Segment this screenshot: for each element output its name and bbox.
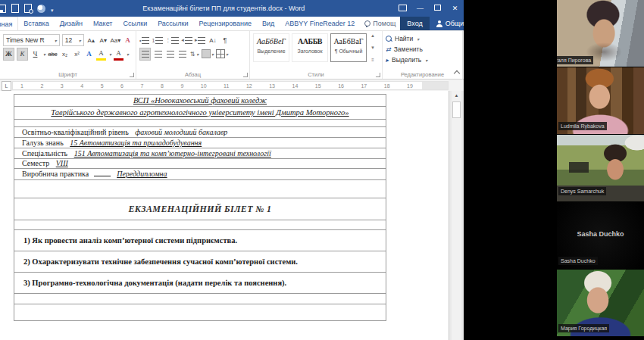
save-icon[interactable] <box>0 5 6 13</box>
close-icon[interactable] <box>446 0 464 17</box>
subscript-icon[interactable] <box>60 48 70 60</box>
replace-button[interactable]: Заменить <box>386 44 459 55</box>
superscript-icon[interactable] <box>72 48 82 60</box>
document-page[interactable]: ВСП «Новокаховський фаховий коледж Таврі… <box>0 91 449 340</box>
change-case-icon[interactable] <box>111 35 120 46</box>
tab-review[interactable]: Рецензирование <box>194 17 258 30</box>
scroll-up-icon[interactable]: ▲ <box>452 91 461 98</box>
font-color-caret-icon[interactable] <box>126 50 129 58</box>
participant-video-3[interactable]: Denys Samarchuk <box>557 135 644 201</box>
bold-icon[interactable] <box>3 48 14 61</box>
collapse-ribbon-icon[interactable] <box>454 70 460 76</box>
styles-scroll-buttons: ▲ ▼ ≡ <box>369 33 377 62</box>
table-row-empty[interactable] <box>14 220 386 230</box>
paragraph-group-label: Абзац <box>136 71 249 78</box>
tab-design[interactable]: Дизайн <box>55 17 88 30</box>
ruler-strip[interactable]: 12345678910111213141516171819 <box>12 81 449 90</box>
search-icon <box>386 36 392 42</box>
print-preview-icon[interactable] <box>24 4 32 13</box>
pilcrow-icon[interactable] <box>220 35 230 46</box>
ribbon-display-options-icon[interactable] <box>394 0 411 17</box>
table-row-college[interactable]: ВСП «Новокаховський фаховий коледж <box>14 95 386 107</box>
share-button[interactable]: Общий доступ <box>430 17 464 30</box>
shading-icon[interactable] <box>202 48 214 60</box>
participant-video-4[interactable]: Sasha Duchko Sasha Duchko <box>557 202 644 269</box>
align-right-icon[interactable] <box>165 48 175 60</box>
align-center-icon[interactable] <box>153 48 163 60</box>
participant-video-1[interactable]: Наталя Пирогова <box>557 0 644 67</box>
table-row-university[interactable]: Таврійського державного агротехнологічно… <box>14 107 386 120</box>
tab-view[interactable]: Вид <box>257 17 280 30</box>
table-row-empty[interactable] <box>14 180 386 198</box>
table-row-ticket-title[interactable]: ЕКЗАМЕНАЦІЙНИЙ БІЛЕТ № 1 <box>14 198 386 220</box>
styles-scroll-up-icon[interactable]: ▲ <box>370 33 375 38</box>
table-row-specialty[interactable]: Спеціальність 151 Автоматизація та комп’… <box>14 148 386 159</box>
table-row-question-1[interactable]: 1) Як провести аналіз комп’ютерної систе… <box>14 230 386 251</box>
ribbon-tab-bar: Главная Вставка Дизайн Макет Ссылки Расс… <box>0 17 464 31</box>
ruler-number: 10 <box>201 82 207 89</box>
grow-font-icon[interactable] <box>86 35 96 46</box>
styles-scroll-down-icon[interactable]: ▼ <box>370 45 375 50</box>
table-row-level[interactable]: Освітньо-кваліфікаційний рівень фаховий … <box>14 127 386 138</box>
participant-video-2[interactable]: Ludmila Rybakova <box>557 67 644 134</box>
style-card-heading[interactable]: ААББВ Заголовок <box>292 33 328 62</box>
table-row-practice[interactable]: Виробнича практика Переддипломна <box>14 169 386 180</box>
styles-more-icon[interactable]: ≡ <box>371 58 374 62</box>
table-row-question-2[interactable]: 2) Охарактеризувати технічне забезпеченн… <box>14 251 386 273</box>
tell-me-button[interactable]: Помощ <box>360 17 400 30</box>
maximize-icon[interactable] <box>429 0 446 17</box>
font-size-combo[interactable]: 12 <box>62 34 84 46</box>
tab-abbyy-finereader[interactable]: ABBYY FineReader 12 <box>280 17 360 30</box>
participant-video-5[interactable]: Мария Городицкая <box>557 270 644 336</box>
minimize-icon[interactable] <box>411 0 429 17</box>
tab-layout[interactable]: Макет <box>88 17 117 30</box>
clear-formatting-icon[interactable] <box>123 35 133 46</box>
underline-icon[interactable] <box>30 48 40 60</box>
vertical-scrollbar[interactable]: ▲ <box>452 91 461 340</box>
select-button[interactable]: Выделить <box>386 55 459 65</box>
text-effects-icon[interactable] <box>84 48 94 60</box>
new-document-icon[interactable] <box>11 4 19 13</box>
highlight-icon[interactable] <box>96 47 106 61</box>
decrease-indent-icon[interactable]: ◂ <box>181 35 192 46</box>
participant-center-name: Sasha Duchko <box>557 230 644 238</box>
highlight-caret-icon[interactable] <box>108 50 111 58</box>
tab-references[interactable]: Ссылки <box>117 17 152 30</box>
abbyy-icon[interactable] <box>37 5 45 13</box>
table-row-semester[interactable]: Семестр VIII <box>14 159 386 169</box>
tab-selector[interactable]: L <box>2 81 11 91</box>
font-name-combo[interactable]: Times New R <box>3 34 60 46</box>
table-row-empty[interactable] <box>14 294 386 304</box>
tab-home[interactable]: Главная <box>0 17 18 30</box>
underline-caret-icon[interactable] <box>42 50 45 58</box>
styles-dialog-launcher-icon[interactable] <box>376 73 380 77</box>
table-row-empty[interactable] <box>14 304 386 321</box>
line-spacing-icon[interactable] <box>189 48 199 60</box>
increase-indent-icon[interactable]: ▸ <box>195 35 206 46</box>
paragraph-dialog-launcher-icon[interactable] <box>243 73 248 77</box>
style-card-emphasis[interactable]: АаБбВеГ Выделение <box>253 33 289 62</box>
sign-in-button[interactable]: Вход <box>400 17 429 30</box>
borders-icon[interactable] <box>216 48 228 60</box>
find-button[interactable]: Найти <box>386 33 459 44</box>
justify-icon[interactable] <box>177 48 187 60</box>
table-row-question-3[interactable]: 3) Програмно-технологічна документація (… <box>14 273 386 294</box>
table-row-branch[interactable]: Галузь знань 15 Автоматизація та приладо… <box>14 138 386 148</box>
sort-icon[interactable] <box>208 35 217 46</box>
tab-mailings[interactable]: Рассылки <box>152 17 193 30</box>
italic-icon[interactable] <box>17 48 28 61</box>
shrink-font-icon[interactable] <box>98 35 108 46</box>
document-table: ВСП «Новокаховський фаховий коледж Таврі… <box>14 94 386 321</box>
bullets-icon[interactable]: • <box>139 35 149 46</box>
meeting-panel: Наталя Пирогова Ludmila Rybakova Denys S… <box>464 0 644 340</box>
font-dialog-launcher-icon[interactable] <box>130 73 134 77</box>
strikethrough-icon[interactable] <box>48 48 58 60</box>
scroll-thumb[interactable] <box>452 101 461 118</box>
font-color-icon[interactable] <box>114 47 123 61</box>
style-card-normal[interactable]: АаБбВаГ ¶ Обычный <box>330 33 367 62</box>
align-left-icon[interactable] <box>139 48 151 61</box>
tab-insert[interactable]: Вставка <box>18 17 54 30</box>
table-row-empty[interactable] <box>14 120 386 127</box>
numbering-icon[interactable]: 1 <box>152 35 163 46</box>
multilevel-list-icon[interactable]: ⋮ <box>165 35 179 46</box>
